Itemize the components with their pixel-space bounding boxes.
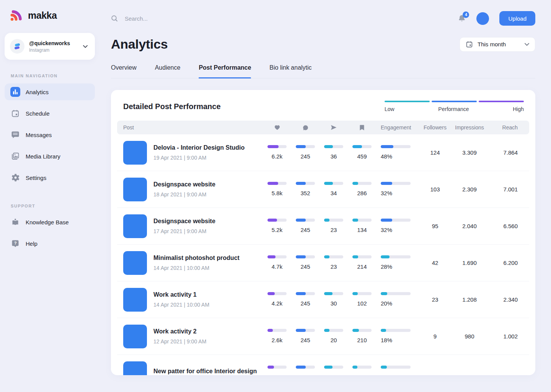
date-filter-value: This month	[478, 41, 506, 47]
sidebar-item-label: Help	[26, 240, 37, 247]
shares-value: 30	[331, 300, 337, 307]
book-icon	[10, 218, 20, 226]
followers-cell: 23	[420, 296, 450, 303]
support-label: SUPPORT	[11, 204, 99, 208]
brand-logo[interactable]: makka	[10, 9, 99, 21]
comments-bar	[296, 366, 315, 369]
likes-bar	[267, 366, 287, 369]
engagement-bar	[381, 219, 411, 222]
impressions-cell: 3.309	[450, 149, 489, 156]
sidebar-item-messages[interactable]: Messages	[5, 126, 95, 143]
engagement-value: 28%	[381, 263, 392, 270]
engagement-value: 18%	[381, 337, 392, 344]
bookmarks-metric: 134	[348, 219, 376, 234]
tab-overview[interactable]: Overview	[111, 61, 137, 78]
table-row[interactable]: New patter for office Interior design	[117, 355, 529, 375]
comments-bar	[296, 255, 315, 258]
comment-icon	[291, 125, 320, 131]
bookmarks-value: 134	[357, 227, 367, 234]
search-input[interactable]	[125, 15, 247, 22]
table-row[interactable]: Delovia - Interior Design Studio 19 Apr …	[117, 134, 529, 171]
sidebar-item-media-library[interactable]: Media Library	[5, 148, 95, 165]
tab-bio-link-analytic[interactable]: Bio link analytic	[269, 61, 311, 78]
table-row[interactable]: Work activity 1 14 Apr 2021 | 10:00 AM 4…	[117, 281, 529, 318]
reach-value: 2.340	[503, 296, 518, 303]
post-date: 14 Apr 2021 | 10:00 AM	[153, 302, 209, 308]
post-thumbnail[interactable]	[123, 361, 147, 376]
shares-bar	[324, 145, 343, 148]
engagement-metric: 18%	[376, 329, 420, 344]
sidebar-item-settings[interactable]: Settings	[5, 169, 95, 186]
engagement-bar	[381, 182, 411, 185]
followers-value: 9	[434, 333, 437, 340]
tab-post-performance[interactable]: Post Performance	[199, 61, 251, 78]
comments-metric: 352	[291, 182, 320, 197]
likes-bar	[267, 219, 287, 222]
shares-metric: 30	[320, 292, 348, 307]
likes-bar	[267, 292, 287, 295]
column-engagement: Engagement	[376, 124, 420, 131]
shares-bar	[324, 292, 343, 295]
post-thumbnail[interactable]	[123, 288, 147, 312]
bookmarks-value: 286	[357, 190, 367, 197]
sidebar-item-analytics[interactable]: Analytics	[5, 83, 95, 100]
likes-bar	[267, 255, 287, 258]
table-row[interactable]: Designspace website 18 Apr 2021 | 9:00 A…	[117, 171, 529, 208]
impressions-cell: 1.690	[450, 260, 489, 266]
engagement-value: 32%	[381, 227, 392, 234]
account-switcher[interactable]: @quickenworks Instagram	[5, 33, 95, 60]
sidebar-item-knowledge-base[interactable]: Knowledge Base	[5, 214, 95, 230]
legend-low-label: Low	[385, 106, 395, 112]
table-row[interactable]: Minimalist photoshot product 14 Apr 2021…	[117, 245, 529, 281]
comments-bar	[296, 145, 315, 148]
followers-cell: 95	[420, 223, 450, 230]
tab-audience[interactable]: Audience	[155, 61, 181, 78]
svg-text:?: ?	[14, 241, 17, 245]
post-thumbnail[interactable]	[123, 325, 147, 348]
comments-metric: 245	[291, 255, 320, 270]
bookmark-icon	[348, 125, 376, 131]
chevron-down-icon	[525, 43, 529, 46]
bookmarks-metric: 102	[348, 292, 376, 307]
engagement-bar	[381, 329, 411, 332]
legend-low-bar	[385, 101, 430, 102]
upload-button[interactable]: Upload	[499, 11, 535, 26]
likes-metric: 5.8k	[263, 182, 291, 197]
impressions-value: 2.309	[462, 186, 477, 193]
followers-cell: 124	[420, 149, 450, 156]
shares-metric	[320, 366, 348, 375]
impressions-cell: 1.208	[450, 296, 489, 303]
engagement-metric: 32%	[376, 182, 420, 197]
post-thumbnail[interactable]	[123, 141, 147, 165]
search-bar[interactable]	[111, 15, 458, 22]
post-thumbnail[interactable]	[123, 251, 147, 275]
post-thumbnail[interactable]	[123, 214, 147, 238]
post-date: 19 Apr 2021 | 9:00 AM	[153, 155, 245, 161]
engagement-bar	[381, 366, 411, 369]
likes-metric: 6.2k	[263, 145, 291, 160]
table-row[interactable]: Designspace website 17 Apr 2021 | 9:00 A…	[117, 208, 529, 245]
sidebar-item-label: Schedule	[26, 110, 50, 117]
shares-metric: 23	[320, 255, 348, 270]
likes-value: 4.7k	[272, 263, 282, 270]
followers-value: 103	[430, 186, 440, 193]
shares-metric: 23	[320, 219, 348, 234]
shares-value: 23	[331, 227, 337, 234]
date-filter-dropdown[interactable]: This month	[460, 37, 535, 52]
help-icon: ?	[10, 239, 20, 248]
sidebar-item-help[interactable]: ? Help	[5, 235, 95, 252]
engagement-bar	[381, 145, 411, 148]
notifications-button[interactable]: 4	[458, 14, 466, 23]
user-avatar[interactable]	[476, 12, 489, 25]
table-row[interactable]: Work activity 2 12 Apr 2021 | 9:00 AM 2.…	[117, 318, 529, 355]
comments-metric: 245	[291, 219, 320, 234]
impressions-cell: 2.040	[450, 223, 489, 230]
sidebar-item-schedule[interactable]: Schedule	[5, 105, 95, 122]
impressions-value: 1.690	[462, 260, 477, 266]
likes-metric: 4.7k	[263, 255, 291, 270]
post-date: 14 Apr 2021 | 10:00 AM	[153, 265, 240, 271]
detailed-post-performance-card: Detailed Post Performance Low Performanc…	[111, 90, 535, 375]
post-thumbnail[interactable]	[123, 178, 147, 201]
likes-value: 4.2k	[272, 300, 282, 307]
bookmarks-metric	[348, 366, 376, 375]
